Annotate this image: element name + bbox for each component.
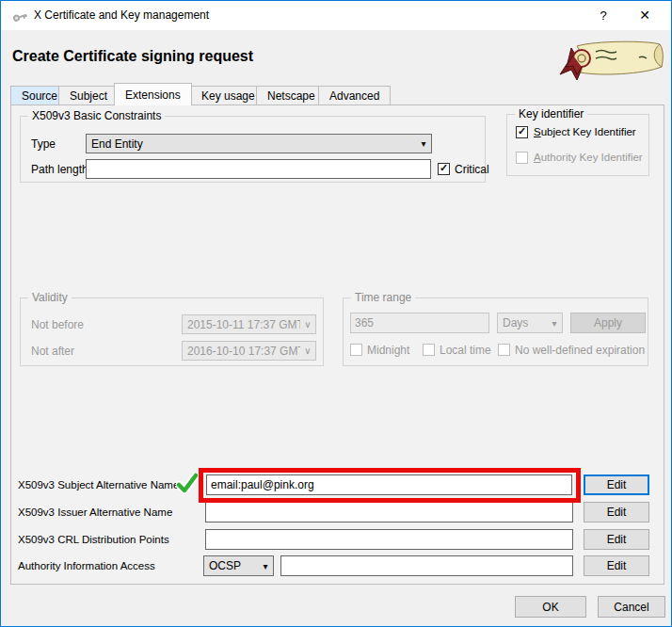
checkmark-icon: ✓ xyxy=(517,126,527,137)
not-before-combobox: 2015-10-11 17:37 GMT ∨ xyxy=(182,314,316,334)
subject-alt-name-label: X509v3 Subject Alternative Name xyxy=(18,479,179,490)
key-identifier-group-title: Key identifier xyxy=(515,107,587,121)
not-before-label: Not before xyxy=(31,318,84,331)
not-after-label: Not after xyxy=(31,345,74,358)
issuer-alt-name-label: X509v3 Issuer Alternative Name xyxy=(18,506,172,518)
critical-label: Critical xyxy=(455,163,489,176)
certificate-logo xyxy=(558,39,664,84)
tab-key-usage[interactable]: Key usage xyxy=(190,86,266,104)
no-expiration-label: No well-defined expiration xyxy=(515,344,645,357)
authority-key-identifier-checkbox xyxy=(516,152,528,164)
local-time-checkbox xyxy=(423,344,435,356)
subject-key-identifier-label: Subject Key Identifier xyxy=(534,126,636,137)
chevron-down-icon: ∨ xyxy=(300,319,315,330)
issuer-alt-name-edit-button[interactable]: Edit xyxy=(584,502,649,522)
not-after-combobox: 2016-10-10 17:37 GMT ∨ xyxy=(182,341,316,361)
subject-alt-name-edit-button[interactable]: Edit xyxy=(584,474,649,495)
authority-info-access-input[interactable] xyxy=(280,555,573,576)
type-combobox[interactable]: End Entity ▾ xyxy=(86,134,432,153)
authority-key-identifier-label: Authority Key Identifier xyxy=(534,152,643,163)
title-bar: X Certificate and Key management ? ✕ xyxy=(1,1,671,30)
cancel-button[interactable]: Cancel xyxy=(598,596,665,618)
dropdown-arrow-icon: ▾ xyxy=(258,561,273,571)
page-title: Create Certificate signing request xyxy=(12,48,253,65)
not-after-value: 2016-10-10 17:37 GMT xyxy=(183,345,300,358)
checkmark-icon: ✓ xyxy=(439,163,449,173)
path-length-input[interactable] xyxy=(86,159,431,179)
type-label: Type xyxy=(31,137,56,151)
subject-key-identifier-checkbox[interactable]: ✓ xyxy=(516,126,528,138)
authority-info-access-label: Authority Information Access xyxy=(18,560,155,571)
local-time-label: Local time xyxy=(440,344,491,357)
tab-extensions[interactable]: Extensions xyxy=(114,83,192,105)
subject-alt-name-input[interactable] xyxy=(206,474,572,495)
midnight-label: Midnight xyxy=(367,344,409,357)
valid-check-icon xyxy=(176,473,199,495)
help-button[interactable]: ? xyxy=(584,1,622,30)
tab-netscape[interactable]: Netscape xyxy=(256,86,327,104)
close-button[interactable]: ✕ xyxy=(626,1,664,30)
not-before-value: 2015-10-11 17:37 GMT xyxy=(183,318,300,331)
issuer-alt-name-input[interactable] xyxy=(205,502,573,522)
time-range-group-title: Time range xyxy=(351,291,415,304)
authority-info-access-edit-button[interactable]: Edit xyxy=(584,555,649,576)
time-range-unit-combobox: Days ▾ xyxy=(497,313,563,333)
dropdown-arrow-icon: ▾ xyxy=(547,318,562,329)
chevron-down-icon: ∨ xyxy=(300,346,315,356)
crl-distribution-points-label: X509v3 CRL Distribution Points xyxy=(18,534,169,545)
ok-button[interactable]: OK xyxy=(515,596,586,618)
authority-info-access-combobox[interactable]: OCSP ▾ xyxy=(203,555,274,576)
key-identifier-group: Key identifier xyxy=(506,114,649,176)
type-combobox-value: End Entity xyxy=(87,137,416,151)
crl-distribution-points-edit-button[interactable]: Edit xyxy=(584,529,649,550)
tab-subject[interactable]: Subject xyxy=(58,86,119,104)
time-range-unit-value: Days xyxy=(498,316,547,330)
path-length-label: Path length xyxy=(31,163,88,176)
tab-advanced[interactable]: Advanced xyxy=(318,86,391,104)
basic-constraints-group-title: X509v3 Basic Constraints xyxy=(28,109,165,122)
critical-checkbox[interactable]: ✓ xyxy=(438,163,450,175)
dropdown-arrow-icon: ▾ xyxy=(416,138,431,149)
midnight-checkbox xyxy=(350,344,362,356)
xca-window: X Certificate and Key management ? ✕ Cre… xyxy=(0,0,672,627)
validity-group-title: Validity xyxy=(28,291,72,304)
no-expiration-checkbox xyxy=(498,344,510,356)
window-title: X Certificate and Key management xyxy=(34,1,209,30)
time-range-amount-input xyxy=(350,313,489,333)
crl-distribution-points-input[interactable] xyxy=(205,529,573,550)
apply-button: Apply xyxy=(570,313,646,333)
key-icon xyxy=(12,8,28,23)
authority-info-access-combobox-value: OCSP xyxy=(204,559,258,572)
